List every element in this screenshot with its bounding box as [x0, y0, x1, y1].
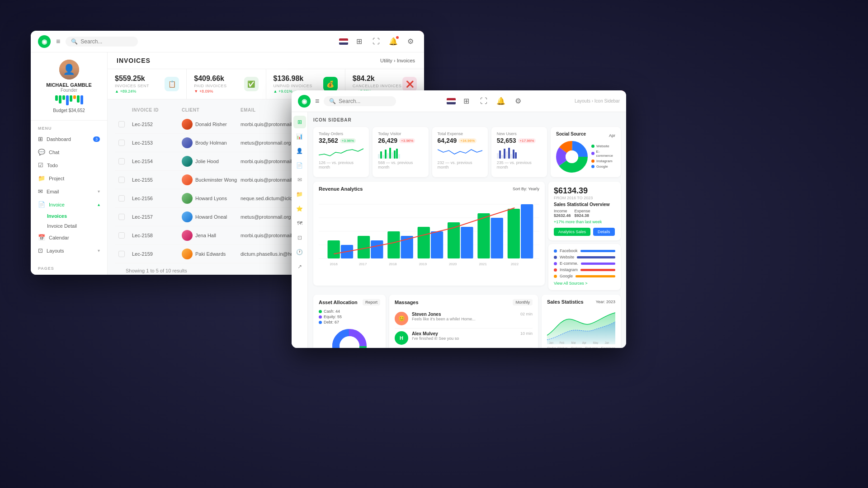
icon-sidebar-share[interactable]: ↗	[293, 260, 306, 273]
expand-icon[interactable]: ⛶	[370, 35, 382, 48]
mini-stat-val-row: 64,249 +34.96%	[438, 137, 482, 144]
sidebar-label-project: Project	[49, 176, 64, 181]
email-icon: ✉	[38, 188, 43, 195]
dash-logo[interactable]: ◉	[298, 95, 311, 108]
client-cell: Howard Oneal	[182, 211, 241, 222]
legend-dot-instagram	[591, 160, 594, 163]
social-source-dropdown[interactable]: Apr	[609, 133, 615, 138]
invoice-icon: 📄	[38, 201, 45, 208]
dash-search-input[interactable]	[339, 98, 388, 104]
col-invoice-id: INVOICE ID	[132, 108, 182, 113]
icon-sidebar-mail[interactable]: ✉	[293, 174, 306, 186]
icon-sidebar-star[interactable]: ⭐	[293, 202, 306, 215]
settings-icon[interactable]: ⚙	[404, 35, 417, 48]
revenue-legend-card: Facebook Website E-comme.	[548, 244, 621, 290]
row-checkbox[interactable]	[118, 121, 125, 127]
sidebar-item-project[interactable]: 📁 Project	[31, 172, 107, 185]
legend-label-ecommerce: E-commerce	[596, 150, 615, 158]
client-avatar	[182, 137, 193, 148]
report-button[interactable]: Report	[363, 299, 380, 305]
row-checkbox[interactable]	[118, 195, 125, 202]
dash-settings-icon[interactable]: ⚙	[512, 95, 524, 108]
mini-line-chart	[438, 146, 482, 159]
icon-sidebar-users[interactable]: 👤	[293, 145, 306, 157]
row-checkbox[interactable]	[118, 158, 125, 164]
mini-stat-val-row: 32,562 +3.96%	[319, 137, 363, 144]
stat-icon-sent: 📋	[165, 77, 179, 91]
svg-rect-20	[431, 231, 443, 258]
sales-year[interactable]: Year: 2023	[596, 300, 615, 304]
row-checkbox[interactable]	[118, 177, 125, 183]
row-checkbox[interactable]	[118, 251, 125, 257]
messages-filter[interactable]: Monthly	[513, 299, 533, 305]
row-checkbox[interactable]	[118, 232, 125, 239]
stat-label-paid: PAID INVOICES	[194, 84, 226, 88]
sidebar-item-authentication[interactable]: 🔒 Authentication ▾	[31, 272, 107, 275]
submenu-invoice-detail[interactable]: Invoice Detail	[31, 221, 107, 231]
mini-stat-value: 26,429	[378, 137, 397, 144]
sidebar-item-chat[interactable]: 💬 Chat	[31, 145, 107, 159]
icon-sidebar-chart[interactable]: 📊	[293, 130, 306, 143]
message-item-2: H Alex Mulvey I've finished it! See you …	[395, 328, 533, 348]
dash-flag-icon[interactable]	[447, 98, 456, 104]
row-checkbox[interactable]	[118, 140, 125, 146]
analytics-sales-button[interactable]: Analytics Sales	[554, 228, 590, 236]
user-role: Founder	[61, 88, 77, 93]
svg-text:Feb: Feb	[560, 341, 565, 344]
sidebar-item-calendar[interactable]: 📅 Calendar	[31, 231, 107, 244]
revenue-info-panel: $6134.39 FROM 2016 TO 2023 Sales Statist…	[548, 182, 621, 290]
submenu-invoices[interactable]: Invoices	[31, 211, 107, 221]
legend-bar-web	[577, 256, 615, 258]
icon-sidebar-doc[interactable]: 📄	[293, 159, 306, 172]
svg-text:2016: 2016	[330, 262, 338, 266]
invoice-id: Lec-2159	[132, 251, 182, 257]
msg-time-2: 10 min	[520, 331, 533, 336]
dash-bell-icon[interactable]: 🔔	[495, 95, 507, 108]
bell-icon[interactable]: 🔔	[387, 35, 400, 48]
sidebar-label-calendar: Calendar	[49, 235, 69, 240]
invoice-chevron-icon: ▴	[98, 202, 100, 207]
svg-text:2018: 2018	[389, 262, 397, 266]
svg-text:2017: 2017	[359, 262, 367, 266]
icon-sidebar-grid[interactable]: ⊡	[293, 231, 306, 244]
icon-sidebar-file[interactable]: 📁	[293, 188, 306, 201]
pages-section: PAGES 🔒 Authentication ▾ 📄 Extra Pages ▾	[31, 261, 107, 275]
revenue-income-row: Income $2632.46 Expense $924.38	[554, 209, 615, 218]
details-button[interactable]: Details	[593, 228, 615, 236]
section-title: ICON SIDEBAR	[313, 117, 352, 122]
dash-search-box[interactable]: 🔍	[324, 96, 396, 106]
dash-grid-icon[interactable]: ⊞	[460, 95, 473, 108]
sort-by-label[interactable]: Sort By: Yearly	[513, 187, 539, 191]
mini-stat-title: Today Orders	[319, 131, 363, 136]
dash-expand-icon[interactable]: ⛶	[477, 95, 490, 108]
avatar-face	[59, 60, 79, 80]
icon-sidebar-home[interactable]: ⊞	[293, 116, 306, 128]
svg-point-4	[566, 150, 578, 163]
dash-hamburger[interactable]: ≡	[315, 97, 319, 105]
sidebar-item-todo[interactable]: ☑ Todo	[31, 159, 107, 172]
sidebar-item-layouts[interactable]: ⊡ Layouts ▾	[31, 244, 107, 257]
sidebar-item-email[interactable]: ✉ Email ▾	[31, 185, 107, 198]
svg-rect-15	[477, 213, 490, 258]
sidebar-item-invoice[interactable]: 📄 Invoice ▴	[31, 198, 107, 211]
hamburger-icon[interactable]: ≡	[56, 38, 60, 46]
legend-dot-fb	[554, 249, 557, 253]
icon-sidebar-map[interactable]: 🗺	[293, 217, 306, 230]
svg-rect-13	[418, 227, 430, 258]
view-all-sources[interactable]: View All Sources >	[554, 281, 615, 286]
sidebar-item-dashboard[interactable]: ⊞ Dashboard 3	[31, 132, 107, 145]
budget-bars	[55, 95, 83, 105]
svg-text:Jun: Jun	[605, 341, 609, 344]
grid-icon[interactable]: ⊞	[353, 35, 365, 48]
legend-debt: Debt: 67	[319, 320, 380, 324]
budget-bar-1	[55, 95, 58, 101]
row-checkbox[interactable]	[118, 214, 125, 220]
invoice-search-box[interactable]: 🔍	[66, 37, 138, 47]
client-avatar	[182, 211, 193, 222]
logo-icon[interactable]: ◉	[38, 35, 51, 48]
client-cell: Jena Hall	[182, 230, 241, 241]
invoice-search-input[interactable]	[80, 38, 130, 45]
client-avatar	[182, 249, 193, 259]
icon-sidebar-time[interactable]: 🕐	[293, 246, 306, 258]
flag-icon[interactable]	[339, 38, 348, 45]
